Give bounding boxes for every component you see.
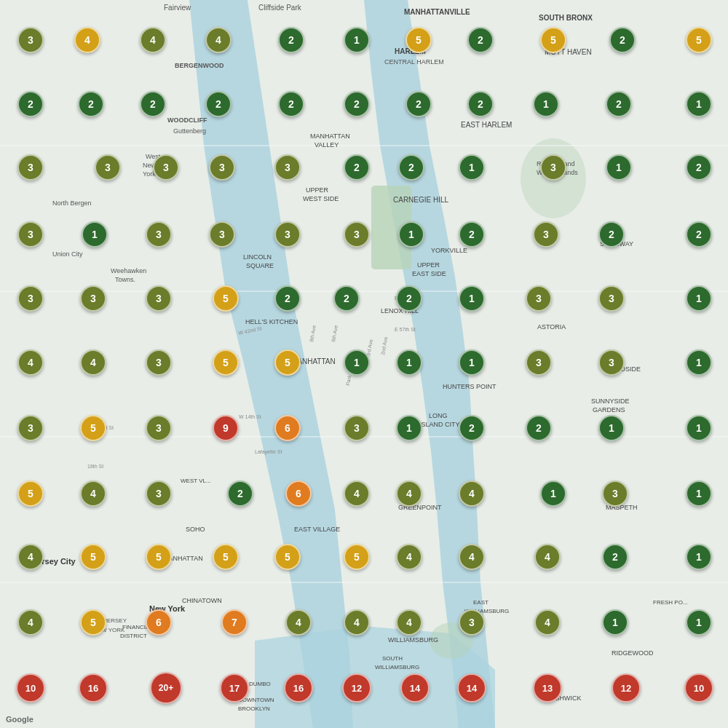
cluster-marker-38[interactable]: 3: [274, 221, 301, 248]
cluster-marker-53[interactable]: 3: [526, 285, 552, 312]
cluster-marker-33[interactable]: 2: [686, 154, 712, 181]
cluster-marker-105[interactable]: 4: [344, 609, 370, 636]
cluster-marker-14[interactable]: 2: [140, 91, 166, 117]
cluster-marker-81[interactable]: 2: [227, 480, 253, 507]
cluster-marker-99[interactable]: 1: [686, 544, 712, 570]
cluster-marker-2[interactable]: 4: [74, 27, 100, 53]
cluster-marker-84[interactable]: 4: [396, 480, 422, 507]
cluster-marker-87[interactable]: 3: [602, 480, 628, 507]
cluster-marker-107[interactable]: 3: [459, 609, 485, 636]
cluster-marker-101[interactable]: 5: [80, 609, 106, 636]
cluster-marker-7[interactable]: 5: [405, 27, 432, 53]
cluster-marker-112[interactable]: 16: [79, 673, 108, 703]
cluster-marker-22[interactable]: 2: [467, 91, 494, 117]
cluster-marker-92[interactable]: 5: [213, 544, 239, 570]
cluster-marker-31[interactable]: 3: [540, 154, 566, 181]
cluster-marker-94[interactable]: 5: [344, 544, 370, 570]
cluster-marker-56[interactable]: 4: [17, 349, 44, 376]
cluster-marker-20[interactable]: 2: [606, 91, 632, 117]
cluster-marker-26[interactable]: 3: [209, 154, 235, 181]
cluster-marker-83[interactable]: 4: [344, 480, 370, 507]
cluster-marker-23[interactable]: 3: [17, 154, 44, 181]
cluster-marker-28[interactable]: 2: [344, 154, 370, 181]
cluster-marker-43[interactable]: 2: [598, 221, 625, 248]
cluster-marker-71[interactable]: 6: [274, 415, 301, 441]
cluster-marker-72[interactable]: 3: [344, 415, 370, 441]
cluster-marker-114[interactable]: 17: [220, 673, 249, 703]
cluster-marker-61[interactable]: 1: [344, 349, 370, 376]
cluster-marker-36[interactable]: 3: [146, 221, 172, 248]
cluster-marker-32[interactable]: 1: [606, 154, 632, 181]
cluster-marker-57[interactable]: 4: [80, 349, 106, 376]
cluster-marker-49[interactable]: 2: [274, 285, 301, 312]
cluster-marker-10[interactable]: 2: [609, 27, 636, 53]
cluster-marker-21[interactable]: 1: [686, 91, 712, 117]
cluster-marker-106[interactable]: 4: [396, 609, 422, 636]
cluster-marker-77[interactable]: 1: [686, 415, 712, 441]
cluster-marker-82[interactable]: 6: [285, 480, 312, 507]
cluster-marker-12[interactable]: 2: [17, 91, 44, 117]
cluster-marker-65[interactable]: 3: [598, 349, 625, 376]
cluster-marker-98[interactable]: 2: [602, 544, 628, 570]
cluster-marker-74[interactable]: 2: [459, 415, 485, 441]
cluster-marker-17[interactable]: 2: [344, 91, 370, 117]
cluster-marker-104[interactable]: 4: [285, 609, 312, 636]
cluster-marker-63[interactable]: 1: [459, 349, 485, 376]
cluster-marker-55[interactable]: 1: [686, 285, 712, 312]
cluster-marker-51[interactable]: 2: [396, 285, 422, 312]
cluster-marker-40[interactable]: 1: [398, 221, 424, 248]
cluster-marker-62[interactable]: 1: [396, 349, 422, 376]
cluster-marker-34[interactable]: 3: [17, 221, 44, 248]
cluster-marker-25[interactable]: 3: [153, 154, 179, 181]
cluster-marker-24[interactable]: 3: [95, 154, 121, 181]
cluster-marker-37[interactable]: 3: [209, 221, 235, 248]
cluster-marker-29[interactable]: 2: [398, 154, 424, 181]
cluster-marker-120[interactable]: 12: [612, 673, 641, 703]
cluster-marker-52[interactable]: 1: [459, 285, 485, 312]
cluster-marker-47[interactable]: 3: [146, 285, 172, 312]
cluster-marker-76[interactable]: 1: [598, 415, 625, 441]
cluster-marker-67[interactable]: 3: [17, 415, 44, 441]
cluster-marker-80[interactable]: 3: [146, 480, 172, 507]
cluster-marker-66[interactable]: 1: [686, 349, 712, 376]
cluster-marker-11[interactable]: 5: [686, 27, 712, 53]
cluster-marker-78[interactable]: 5: [17, 480, 44, 507]
cluster-marker-75[interactable]: 2: [526, 415, 552, 441]
cluster-marker-116[interactable]: 12: [342, 673, 371, 703]
cluster-marker-39[interactable]: 3: [344, 221, 370, 248]
cluster-marker-117[interactable]: 14: [400, 673, 430, 703]
cluster-marker-9[interactable]: 5: [540, 27, 566, 53]
cluster-marker-35[interactable]: 1: [82, 221, 108, 248]
cluster-marker-96[interactable]: 4: [459, 544, 485, 570]
cluster-marker-111[interactable]: 10: [16, 673, 45, 703]
cluster-marker-68[interactable]: 5: [80, 415, 106, 441]
cluster-marker-1[interactable]: 3: [17, 27, 44, 53]
cluster-marker-4[interactable]: 4: [205, 27, 232, 53]
cluster-marker-15[interactable]: 2: [205, 91, 232, 117]
cluster-marker-97[interactable]: 4: [534, 544, 561, 570]
cluster-marker-48[interactable]: 5: [213, 285, 239, 312]
cluster-marker-103[interactable]: 7: [221, 609, 248, 636]
cluster-marker-19[interactable]: 1: [533, 91, 559, 117]
cluster-marker-30[interactable]: 1: [459, 154, 485, 181]
cluster-marker-69[interactable]: 3: [146, 415, 172, 441]
cluster-marker-45[interactable]: 3: [17, 285, 44, 312]
cluster-marker-58[interactable]: 3: [146, 349, 172, 376]
cluster-marker-44[interactable]: 2: [686, 221, 712, 248]
cluster-marker-100[interactable]: 4: [17, 609, 44, 636]
cluster-marker-3[interactable]: 4: [140, 27, 166, 53]
cluster-marker-46[interactable]: 3: [80, 285, 106, 312]
cluster-marker-113[interactable]: 20+: [150, 672, 182, 704]
cluster-marker-42[interactable]: 3: [533, 221, 559, 248]
map-container[interactable]: Fairview Cliffside Park BERGENWOOD WOODC…: [0, 0, 728, 728]
cluster-marker-41[interactable]: 2: [459, 221, 485, 248]
cluster-marker-90[interactable]: 5: [80, 544, 106, 570]
cluster-marker-13[interactable]: 2: [78, 91, 104, 117]
cluster-marker-109[interactable]: 1: [602, 609, 628, 636]
cluster-marker-95[interactable]: 4: [396, 544, 422, 570]
cluster-marker-54[interactable]: 3: [598, 285, 625, 312]
cluster-marker-108[interactable]: 4: [534, 609, 561, 636]
cluster-marker-121[interactable]: 10: [684, 673, 713, 703]
cluster-marker-110[interactable]: 1: [686, 609, 712, 636]
cluster-marker-88[interactable]: 1: [686, 480, 712, 507]
